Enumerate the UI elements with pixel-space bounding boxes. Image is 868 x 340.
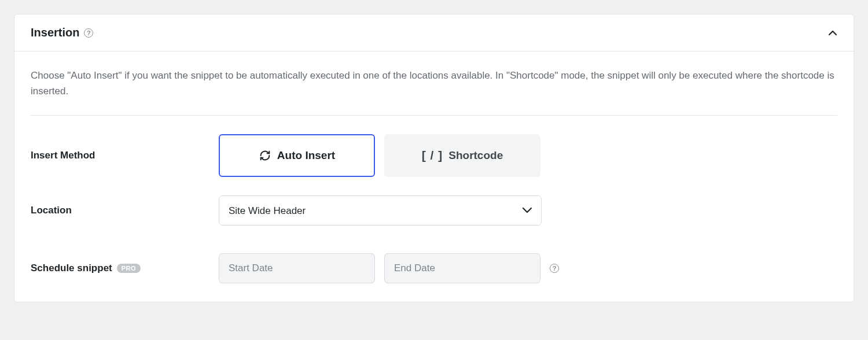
location-select[interactable]: Site Wide Header [219,195,542,226]
insert-method-row: Insert Method Auto Insert [ / ] [31,134,837,177]
schedule-control: ? [219,253,559,283]
location-control: Site Wide Header [219,195,542,226]
pro-badge: PRO [117,264,141,273]
help-icon[interactable]: ? [550,264,559,273]
panel-header[interactable]: Insertion ? [14,14,854,51]
start-date-input[interactable] [219,253,375,283]
auto-insert-label: Auto Insert [277,149,335,162]
shortcode-icon: [ / ] [422,149,443,162]
shortcode-button[interactable]: [ / ] Shortcode [384,134,540,177]
auto-insert-button[interactable]: Auto Insert [219,134,375,177]
divider [31,115,837,116]
schedule-label: Schedule snippet [31,263,112,274]
location-select-wrap: Site Wide Header [219,195,542,226]
help-icon[interactable]: ? [84,28,93,38]
schedule-label-wrap: Schedule snippet PRO [31,263,219,274]
panel-description: Choose "Auto Insert" if you want the sni… [31,68,837,99]
shortcode-label: Shortcode [448,149,503,162]
end-date-input[interactable] [384,253,540,283]
insertion-panel: Insertion ? Choose "Auto Insert" if you … [14,14,854,302]
insert-method-label: Insert Method [31,150,219,161]
location-label: Location [31,205,219,216]
panel-title-wrap: Insertion ? [31,26,93,39]
chevron-up-icon[interactable] [828,28,837,38]
panel-title: Insertion [31,26,79,39]
panel-body: Choose "Auto Insert" if you want the sni… [14,51,854,302]
refresh-icon [259,149,271,162]
location-row: Location Site Wide Header [31,195,837,226]
insert-method-control: Auto Insert [ / ] Shortcode [219,134,540,177]
schedule-row: Schedule snippet PRO ? [31,253,837,283]
